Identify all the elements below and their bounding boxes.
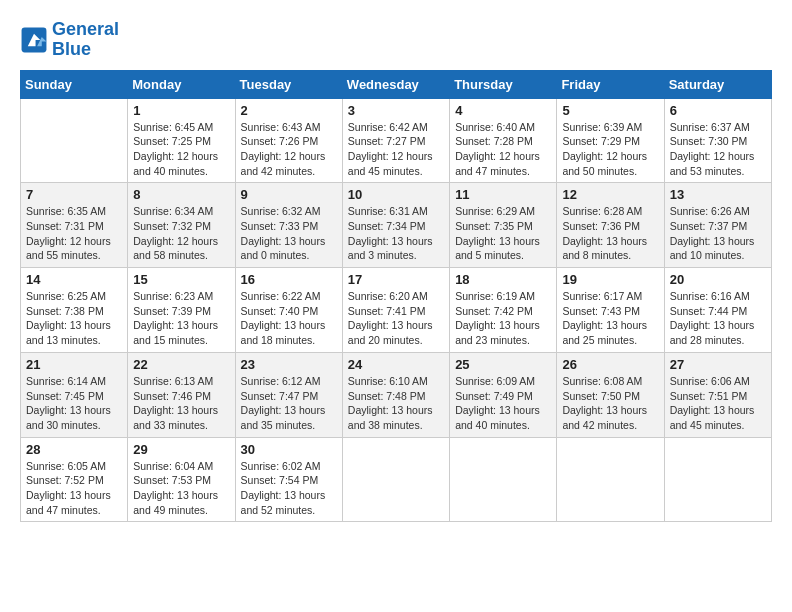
calendar-table: SundayMondayTuesdayWednesdayThursdayFrid… (20, 70, 772, 523)
day-info: Sunrise: 6:13 AMSunset: 7:46 PMDaylight:… (133, 374, 229, 433)
calendar-cell: 1Sunrise: 6:45 AMSunset: 7:25 PMDaylight… (128, 98, 235, 183)
calendar-cell: 30Sunrise: 6:02 AMSunset: 7:54 PMDayligh… (235, 437, 342, 522)
day-number: 5 (562, 103, 658, 118)
day-number: 12 (562, 187, 658, 202)
calendar-cell: 14Sunrise: 6:25 AMSunset: 7:38 PMDayligh… (21, 268, 128, 353)
day-info: Sunrise: 6:32 AMSunset: 7:33 PMDaylight:… (241, 204, 337, 263)
column-header-saturday: Saturday (664, 70, 771, 98)
calendar-cell: 13Sunrise: 6:26 AMSunset: 7:37 PMDayligh… (664, 183, 771, 268)
day-number: 10 (348, 187, 444, 202)
calendar-cell: 19Sunrise: 6:17 AMSunset: 7:43 PMDayligh… (557, 268, 664, 353)
calendar-week-2: 7Sunrise: 6:35 AMSunset: 7:31 PMDaylight… (21, 183, 772, 268)
day-info: Sunrise: 6:40 AMSunset: 7:28 PMDaylight:… (455, 120, 551, 179)
page-header: General Blue (20, 20, 772, 60)
calendar-cell: 8Sunrise: 6:34 AMSunset: 7:32 PMDaylight… (128, 183, 235, 268)
calendar-cell (342, 437, 449, 522)
day-number: 22 (133, 357, 229, 372)
calendar-cell: 3Sunrise: 6:42 AMSunset: 7:27 PMDaylight… (342, 98, 449, 183)
day-number: 17 (348, 272, 444, 287)
day-info: Sunrise: 6:35 AMSunset: 7:31 PMDaylight:… (26, 204, 122, 263)
day-info: Sunrise: 6:02 AMSunset: 7:54 PMDaylight:… (241, 459, 337, 518)
day-number: 28 (26, 442, 122, 457)
logo-icon (20, 26, 48, 54)
day-number: 4 (455, 103, 551, 118)
day-info: Sunrise: 6:31 AMSunset: 7:34 PMDaylight:… (348, 204, 444, 263)
day-number: 8 (133, 187, 229, 202)
day-info: Sunrise: 6:20 AMSunset: 7:41 PMDaylight:… (348, 289, 444, 348)
calendar-cell: 4Sunrise: 6:40 AMSunset: 7:28 PMDaylight… (450, 98, 557, 183)
day-info: Sunrise: 6:06 AMSunset: 7:51 PMDaylight:… (670, 374, 766, 433)
calendar-cell: 27Sunrise: 6:06 AMSunset: 7:51 PMDayligh… (664, 352, 771, 437)
day-number: 21 (26, 357, 122, 372)
calendar-cell: 29Sunrise: 6:04 AMSunset: 7:53 PMDayligh… (128, 437, 235, 522)
day-info: Sunrise: 6:29 AMSunset: 7:35 PMDaylight:… (455, 204, 551, 263)
day-number: 27 (670, 357, 766, 372)
day-info: Sunrise: 6:34 AMSunset: 7:32 PMDaylight:… (133, 204, 229, 263)
calendar-cell: 28Sunrise: 6:05 AMSunset: 7:52 PMDayligh… (21, 437, 128, 522)
day-info: Sunrise: 6:04 AMSunset: 7:53 PMDaylight:… (133, 459, 229, 518)
day-info: Sunrise: 6:42 AMSunset: 7:27 PMDaylight:… (348, 120, 444, 179)
logo-text: General Blue (52, 20, 119, 60)
day-number: 15 (133, 272, 229, 287)
column-header-monday: Monday (128, 70, 235, 98)
calendar-cell: 21Sunrise: 6:14 AMSunset: 7:45 PMDayligh… (21, 352, 128, 437)
day-number: 6 (670, 103, 766, 118)
day-info: Sunrise: 6:45 AMSunset: 7:25 PMDaylight:… (133, 120, 229, 179)
calendar-cell: 2Sunrise: 6:43 AMSunset: 7:26 PMDaylight… (235, 98, 342, 183)
calendar-cell: 20Sunrise: 6:16 AMSunset: 7:44 PMDayligh… (664, 268, 771, 353)
day-number: 26 (562, 357, 658, 372)
calendar-cell: 23Sunrise: 6:12 AMSunset: 7:47 PMDayligh… (235, 352, 342, 437)
column-header-wednesday: Wednesday (342, 70, 449, 98)
calendar-cell: 10Sunrise: 6:31 AMSunset: 7:34 PMDayligh… (342, 183, 449, 268)
calendar-week-3: 14Sunrise: 6:25 AMSunset: 7:38 PMDayligh… (21, 268, 772, 353)
calendar-cell: 17Sunrise: 6:20 AMSunset: 7:41 PMDayligh… (342, 268, 449, 353)
header-row: SundayMondayTuesdayWednesdayThursdayFrid… (21, 70, 772, 98)
day-info: Sunrise: 6:23 AMSunset: 7:39 PMDaylight:… (133, 289, 229, 348)
day-number: 19 (562, 272, 658, 287)
calendar-cell: 7Sunrise: 6:35 AMSunset: 7:31 PMDaylight… (21, 183, 128, 268)
calendar-week-1: 1Sunrise: 6:45 AMSunset: 7:25 PMDaylight… (21, 98, 772, 183)
calendar-cell (557, 437, 664, 522)
day-info: Sunrise: 6:43 AMSunset: 7:26 PMDaylight:… (241, 120, 337, 179)
column-header-tuesday: Tuesday (235, 70, 342, 98)
day-number: 25 (455, 357, 551, 372)
calendar-cell: 22Sunrise: 6:13 AMSunset: 7:46 PMDayligh… (128, 352, 235, 437)
calendar-cell: 24Sunrise: 6:10 AMSunset: 7:48 PMDayligh… (342, 352, 449, 437)
logo: General Blue (20, 20, 119, 60)
calendar-cell: 12Sunrise: 6:28 AMSunset: 7:36 PMDayligh… (557, 183, 664, 268)
day-info: Sunrise: 6:26 AMSunset: 7:37 PMDaylight:… (670, 204, 766, 263)
day-number: 1 (133, 103, 229, 118)
day-info: Sunrise: 6:39 AMSunset: 7:29 PMDaylight:… (562, 120, 658, 179)
calendar-cell: 5Sunrise: 6:39 AMSunset: 7:29 PMDaylight… (557, 98, 664, 183)
day-number: 30 (241, 442, 337, 457)
calendar-week-4: 21Sunrise: 6:14 AMSunset: 7:45 PMDayligh… (21, 352, 772, 437)
day-info: Sunrise: 6:12 AMSunset: 7:47 PMDaylight:… (241, 374, 337, 433)
calendar-cell: 11Sunrise: 6:29 AMSunset: 7:35 PMDayligh… (450, 183, 557, 268)
day-number: 2 (241, 103, 337, 118)
day-info: Sunrise: 6:10 AMSunset: 7:48 PMDaylight:… (348, 374, 444, 433)
calendar-cell: 6Sunrise: 6:37 AMSunset: 7:30 PMDaylight… (664, 98, 771, 183)
calendar-cell (664, 437, 771, 522)
column-header-thursday: Thursday (450, 70, 557, 98)
day-info: Sunrise: 6:28 AMSunset: 7:36 PMDaylight:… (562, 204, 658, 263)
day-number: 9 (241, 187, 337, 202)
day-number: 20 (670, 272, 766, 287)
day-number: 3 (348, 103, 444, 118)
day-info: Sunrise: 6:05 AMSunset: 7:52 PMDaylight:… (26, 459, 122, 518)
column-header-sunday: Sunday (21, 70, 128, 98)
day-number: 18 (455, 272, 551, 287)
calendar-cell: 25Sunrise: 6:09 AMSunset: 7:49 PMDayligh… (450, 352, 557, 437)
calendar-week-5: 28Sunrise: 6:05 AMSunset: 7:52 PMDayligh… (21, 437, 772, 522)
calendar-cell: 26Sunrise: 6:08 AMSunset: 7:50 PMDayligh… (557, 352, 664, 437)
calendar-cell: 15Sunrise: 6:23 AMSunset: 7:39 PMDayligh… (128, 268, 235, 353)
calendar-cell: 18Sunrise: 6:19 AMSunset: 7:42 PMDayligh… (450, 268, 557, 353)
day-number: 23 (241, 357, 337, 372)
column-header-friday: Friday (557, 70, 664, 98)
day-number: 11 (455, 187, 551, 202)
day-info: Sunrise: 6:16 AMSunset: 7:44 PMDaylight:… (670, 289, 766, 348)
day-number: 16 (241, 272, 337, 287)
calendar-body: 1Sunrise: 6:45 AMSunset: 7:25 PMDaylight… (21, 98, 772, 522)
calendar-cell: 16Sunrise: 6:22 AMSunset: 7:40 PMDayligh… (235, 268, 342, 353)
calendar-cell (21, 98, 128, 183)
day-info: Sunrise: 6:17 AMSunset: 7:43 PMDaylight:… (562, 289, 658, 348)
